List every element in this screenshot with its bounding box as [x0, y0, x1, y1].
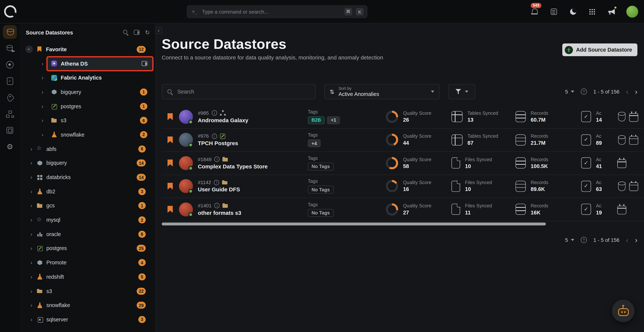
sidebar-item[interactable]: s3 22: [20, 284, 156, 298]
user-avatar[interactable]: [626, 6, 638, 18]
datastore-search[interactable]: [162, 84, 316, 99]
bookmark-icon[interactable]: [168, 183, 173, 190]
chevron-right-icon[interactable]: [29, 189, 34, 194]
sidebar-item-body[interactable]: postgres 1: [48, 100, 152, 113]
datastore-name[interactable]: other formats s3: [198, 210, 308, 216]
sidebar-item[interactable]: gcs 1: [20, 199, 156, 213]
help-icon[interactable]: [581, 89, 587, 95]
notifications-button[interactable]: 543: [530, 7, 539, 16]
sidebar-favorite-item[interactable]: s3 6: [20, 113, 156, 128]
datastore-name[interactable]: Andromeda Galaxy: [198, 117, 308, 123]
chevron-right-icon[interactable]: [40, 104, 45, 109]
command-input[interactable]: [201, 8, 341, 15]
chevron-right-icon[interactable]: [29, 303, 34, 308]
datastore-row[interactable]: #985 Andromeda Galaxy Tags B2B +1: [162, 105, 644, 128]
sort-dropdown[interactable]: Sort by Active Anomalies: [324, 84, 440, 99]
add-source-datastore-button[interactable]: Add Source Datastore: [562, 43, 638, 56]
datastore-name[interactable]: Complex Data Types Store: [198, 164, 308, 169]
next-page-button[interactable]: ›: [635, 88, 638, 95]
prev-page-button[interactable]: ‹: [626, 236, 628, 244]
sidebar-panel-icon[interactable]: [134, 30, 140, 35]
tag-pill[interactable]: B2B: [308, 116, 324, 124]
tag-pill[interactable]: No Tags: [308, 209, 334, 217]
horizontal-scrollbar[interactable]: [162, 222, 644, 226]
sidebar-item[interactable]: db2 3: [20, 184, 156, 199]
sidebar-item-body[interactable]: Fabric Analytics: [48, 71, 152, 84]
chevron-right-icon[interactable]: [29, 232, 34, 237]
rail-source-datastores[interactable]: [3, 25, 17, 39]
chevron-right-icon[interactable]: [29, 174, 34, 180]
search-input[interactable]: [176, 88, 310, 95]
datastore-row[interactable]: #1401 other formats s3 Tags No Tags: [162, 198, 644, 221]
info-icon[interactable]: [214, 203, 220, 208]
rail-explore[interactable]: [3, 58, 17, 72]
sidebar-favorite-item[interactable]: Athena DS: [20, 56, 156, 71]
chevron-right-icon[interactable]: [29, 317, 34, 322]
page-size-dropdown[interactable]: 5: [565, 237, 574, 243]
datastore-row[interactable]: #976 TPCH Postgres Tags +4: [162, 129, 644, 152]
tag-pill[interactable]: No Tags: [308, 186, 334, 193]
chevron-right-icon[interactable]: [29, 246, 34, 251]
rail-settings[interactable]: ⚙: [3, 140, 17, 154]
rail-tags[interactable]: [3, 91, 17, 105]
datastore-name[interactable]: TPCH Postgres: [198, 140, 308, 147]
chevron-right-icon[interactable]: [29, 288, 34, 294]
chevron-right-icon[interactable]: [40, 132, 45, 137]
sidebar-item[interactable]: postgres 25: [20, 241, 156, 255]
info-icon[interactable]: [214, 157, 220, 162]
info-icon[interactable]: [214, 180, 220, 185]
datastore-row[interactable]: #1142 User Guide DFS Tags No Tags: [162, 175, 644, 198]
changelog-button[interactable]: [549, 7, 558, 16]
sidebar-item[interactable]: sqlserver 3: [20, 313, 156, 327]
info-icon[interactable]: [212, 110, 217, 116]
sidebar-item-body[interactable]: s3 6: [48, 114, 152, 127]
sidebar-item[interactable]: Promote 4: [20, 255, 156, 270]
chevron-right-icon[interactable]: [40, 89, 45, 95]
rail-containers[interactable]: [3, 123, 17, 137]
tag-pill[interactable]: +1: [327, 116, 340, 124]
sidebar-item-body[interactable]: snowflake 2: [48, 128, 152, 141]
sidebar-item[interactable]: redshift 5: [20, 270, 156, 284]
sidebar-item[interactable]: bigquery 14: [20, 156, 156, 170]
sidebar-item[interactable]: databricks 14: [20, 170, 156, 184]
sidebar-item-body[interactable]: Athena DS: [48, 57, 152, 70]
chevron-right-icon[interactable]: [29, 217, 34, 223]
tag-pill[interactable]: +4: [308, 140, 320, 147]
page-size-dropdown[interactable]: 5: [565, 89, 574, 94]
rail-checks[interactable]: [3, 74, 17, 88]
theme-toggle-button[interactable]: [568, 7, 578, 16]
chevron-right-icon[interactable]: [29, 203, 34, 208]
refresh-icon[interactable]: [145, 29, 150, 36]
sidebar-favorite-item[interactable]: snowflake 2: [20, 128, 156, 142]
scrollbar-thumb[interactable]: [162, 222, 546, 225]
next-page-button[interactable]: ›: [635, 236, 638, 244]
chevron-right-icon[interactable]: [29, 260, 34, 265]
chevron-right-icon[interactable]: [29, 146, 34, 152]
datastore-row[interactable]: #1849 Complex Data Types Store Tags No T…: [162, 152, 644, 175]
bookmark-icon[interactable]: [168, 113, 173, 120]
sidebar-item[interactable]: abfs 6: [20, 142, 156, 156]
bookmark-icon[interactable]: [168, 160, 173, 166]
help-icon[interactable]: [581, 237, 587, 243]
chatbot-button[interactable]: [612, 300, 634, 322]
tag-pill[interactable]: No Tags: [308, 163, 334, 170]
bookmark-icon[interactable]: [168, 206, 173, 213]
chevron-right-icon[interactable]: [40, 61, 45, 66]
bookmark-icon[interactable]: [168, 136, 173, 143]
sidebar-search-icon[interactable]: [123, 29, 128, 35]
sidebar-item[interactable]: mysql 2: [20, 213, 156, 227]
sidebar-favorite-item[interactable]: bigquery 1: [20, 85, 156, 99]
sidebar-item[interactable]: oracle 6: [20, 227, 156, 241]
announcements-button[interactable]: [607, 7, 616, 16]
apps-button[interactable]: [588, 7, 597, 16]
chevron-right-icon[interactable]: [40, 118, 45, 123]
sidebar-item-body[interactable]: bigquery 1: [48, 86, 152, 98]
info-icon[interactable]: [212, 134, 217, 139]
datastore-name[interactable]: User Guide DFS: [198, 187, 308, 193]
command-bar[interactable]: >_ ⌘ K: [187, 5, 367, 18]
chevron-right-icon[interactable]: [40, 75, 45, 80]
sidebar-favorite-item[interactable]: Fabric Analytics: [20, 71, 156, 85]
sidebar-item[interactable]: snowflake 29: [20, 298, 156, 312]
rail-lineage[interactable]: [3, 107, 17, 121]
sidebar-collapse-button[interactable]: [155, 27, 162, 34]
